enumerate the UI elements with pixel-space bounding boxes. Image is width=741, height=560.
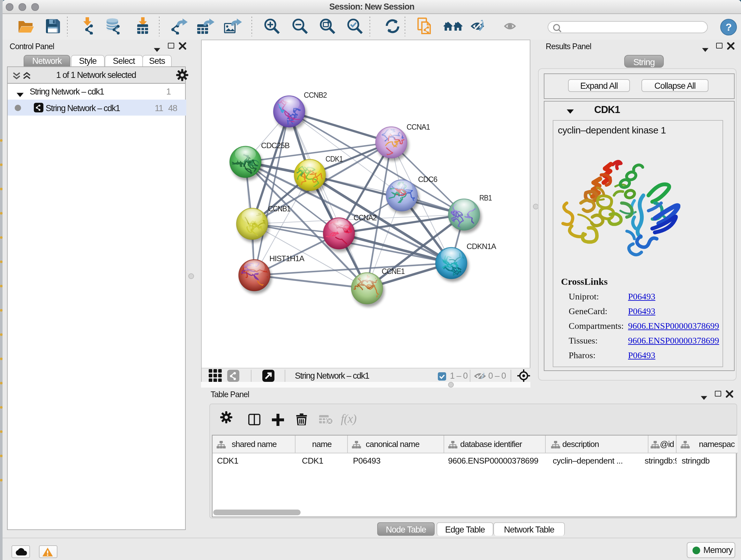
svg-text:CCNE1: CCNE1 bbox=[382, 267, 405, 275]
svg-text:CCNB1: CCNB1 bbox=[268, 204, 290, 213]
svg-text:CCNB2: CCNB2 bbox=[304, 91, 327, 99]
svg-text:CCNA2: CCNA2 bbox=[354, 213, 377, 222]
svg-text:CDK1: CDK1 bbox=[326, 154, 343, 163]
svg-text:CDKN1A: CDKN1A bbox=[467, 242, 496, 251]
svg-text:CDC25B: CDC25B bbox=[261, 141, 289, 150]
svg-text:CDC6: CDC6 bbox=[418, 175, 437, 184]
svg-text:?: ? bbox=[726, 21, 732, 33]
svg-text:HIST1H1A: HIST1H1A bbox=[269, 254, 305, 263]
svg-text:f(x): f(x) bbox=[341, 413, 356, 425]
svg-text:CCNA1: CCNA1 bbox=[407, 123, 430, 131]
svg-text:RB1: RB1 bbox=[479, 193, 492, 202]
